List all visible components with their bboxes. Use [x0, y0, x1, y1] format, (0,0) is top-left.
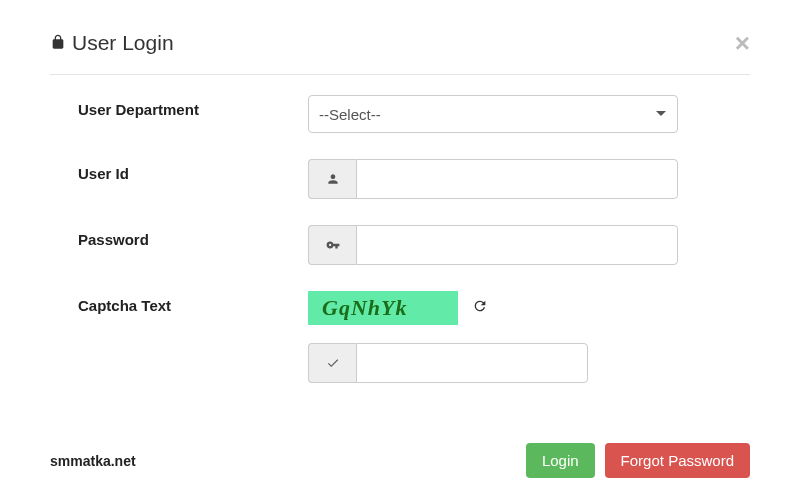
userid-control	[308, 159, 678, 199]
password-row: Password	[78, 225, 750, 265]
site-name: smmatka.net	[50, 453, 136, 469]
captcha-image: GqNhYk	[308, 291, 458, 325]
modal-footer: smmatka.net Login Forgot Password	[50, 443, 750, 478]
password-input[interactable]	[356, 225, 678, 265]
lock-icon	[50, 31, 66, 55]
captcha-input-control	[308, 343, 678, 383]
captcha-row: Captcha Text GqNhYk	[78, 291, 750, 325]
key-icon	[308, 225, 356, 265]
captcha-input-row	[78, 343, 750, 383]
refresh-icon[interactable]	[472, 298, 488, 318]
captcha-label: Captcha Text	[78, 291, 308, 314]
user-icon	[308, 159, 356, 199]
modal-title: User Login	[50, 31, 174, 55]
captcha-control: GqNhYk	[308, 291, 678, 325]
forgot-password-button[interactable]: Forgot Password	[605, 443, 750, 478]
userid-row: User Id	[78, 159, 750, 199]
password-label: Password	[78, 225, 308, 248]
login-form: User Department --Select-- User Id Passw…	[50, 75, 750, 383]
login-button[interactable]: Login	[526, 443, 595, 478]
check-icon	[308, 343, 356, 383]
department-label: User Department	[78, 95, 308, 118]
department-row: User Department --Select--	[78, 95, 750, 133]
modal-header: User Login ×	[50, 30, 750, 75]
department-select[interactable]: --Select--	[308, 95, 678, 133]
captcha-code: GqNhYk	[322, 295, 407, 321]
userid-input[interactable]	[356, 159, 678, 199]
close-icon[interactable]: ×	[735, 30, 750, 56]
captcha-input[interactable]	[356, 343, 588, 383]
page-title: User Login	[72, 31, 174, 55]
department-select-wrap: --Select--	[308, 95, 678, 133]
captcha-input-spacer	[78, 343, 308, 349]
button-group: Login Forgot Password	[526, 443, 750, 478]
password-control	[308, 225, 678, 265]
userid-label: User Id	[78, 159, 308, 182]
